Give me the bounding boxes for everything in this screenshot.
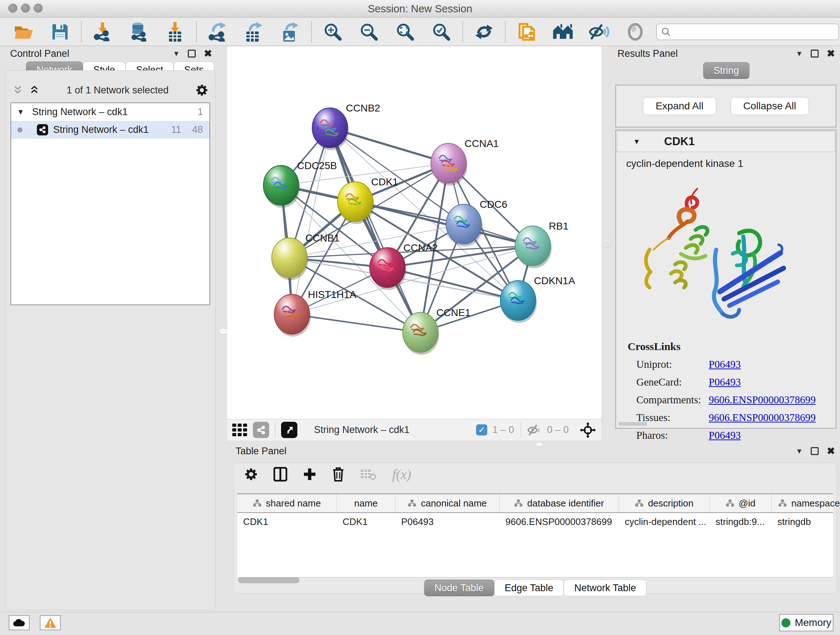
table-cell[interactable]: P06493 — [395, 513, 500, 530]
tree-expand-icon[interactable]: ▼ — [17, 108, 24, 116]
tab-edge-table[interactable]: Edge Table — [494, 580, 564, 596]
delete-table-icon[interactable] — [360, 468, 376, 480]
network-options-gear-icon[interactable] — [196, 84, 208, 96]
float-panel-icon[interactable] — [188, 50, 196, 57]
birdseye-view-icon[interactable] — [281, 422, 297, 438]
table-row[interactable]: CDK1CDK1P064939606.ENSP00000378699cyclin… — [237, 513, 833, 530]
zoom-out-icon[interactable] — [359, 22, 379, 42]
network-node-cdk1[interactable]: CDK1 — [338, 176, 398, 224]
column-header-database-identifier[interactable]: database identifier — [500, 494, 619, 512]
table-cell[interactable]: stringdb — [772, 513, 840, 530]
network-canvas[interactable]: CCNB2CCNA1CDC25BCDK1CDC6RB1CCNB1CCNA2CDK… — [227, 46, 601, 419]
network-node-rb1[interactable]: RB1 — [515, 220, 568, 268]
selected-nodes-checkbox[interactable]: ✓ — [476, 424, 487, 435]
column-header-name[interactable]: name — [337, 494, 395, 512]
function-builder-icon[interactable]: f(x) — [392, 466, 411, 482]
tab-string[interactable]: String — [703, 62, 750, 79]
table-cell[interactable]: stringdb:9... — [710, 513, 772, 530]
column-header-canonical-name[interactable]: canonical name — [395, 494, 500, 512]
collapse-section-icon[interactable]: ▼ — [633, 138, 640, 146]
network-node-hist1h1a[interactable]: HIST1H1A — [274, 289, 356, 337]
close-panel-icon[interactable]: ✖ — [827, 48, 835, 59]
table-cell[interactable]: 9606.ENSP00000378699 — [500, 513, 619, 530]
expand-all-button[interactable]: Expand All — [643, 97, 716, 115]
import-network-from-file-icon[interactable] — [93, 22, 113, 42]
close-panel-icon[interactable]: ✖ — [204, 48, 212, 59]
tab-network-table[interactable]: Network Table — [564, 580, 647, 596]
show-columns-icon[interactable] — [273, 467, 287, 481]
panel-menu-icon[interactable]: ▼ — [796, 50, 803, 58]
memory-button[interactable]: Memory — [779, 614, 834, 631]
network-edge[interactable] — [330, 128, 420, 333]
zoom-selected-icon[interactable] — [431, 22, 452, 42]
close-panel-icon[interactable]: ✖ — [827, 445, 835, 457]
collapse-all-button[interactable]: Collapse All — [731, 97, 809, 115]
float-panel-icon[interactable] — [811, 447, 819, 455]
export-table-icon[interactable] — [244, 22, 264, 42]
export-network-icon[interactable] — [208, 22, 228, 42]
network-node-cdkn1a[interactable]: CDKN1A — [500, 275, 575, 323]
eye-sphere-icon[interactable] — [625, 22, 645, 42]
table-horizontal-scrollbar[interactable] — [238, 577, 300, 583]
crosslink-link[interactable]: P06493 — [709, 429, 741, 441]
string-badge-icon[interactable] — [253, 422, 269, 438]
table-cell[interactable]: CDK1 — [237, 513, 337, 530]
network-edge[interactable] — [292, 314, 420, 333]
zoom-fit-icon[interactable] — [395, 22, 415, 42]
panel-menu-icon[interactable]: ▼ — [796, 447, 803, 455]
clone-network-icon[interactable] — [516, 22, 537, 42]
crosslink-label: Compartments: — [636, 394, 709, 406]
network-tab-content: 1 of 1 Network selected ▼ String Network… — [5, 70, 216, 610]
hidden-count: 0 – 0 — [547, 424, 569, 435]
column-type-icon — [635, 499, 644, 507]
crosslink-link[interactable]: P06493 — [709, 358, 741, 371]
import-table-from-file-icon[interactable] — [165, 22, 185, 42]
crosslink-row: Pharos:P06493 — [628, 429, 836, 441]
hidden-eye-icon[interactable] — [527, 424, 542, 436]
table-cell[interactable]: cyclin-dependent ... — [619, 513, 710, 530]
column-header-shared-name[interactable]: shared name — [237, 494, 337, 512]
results-horizontal-scrollbar[interactable] — [618, 422, 647, 426]
zoom-in-icon[interactable] — [323, 22, 343, 42]
add-column-icon[interactable] — [303, 468, 316, 481]
refresh-view-icon[interactable] — [474, 22, 494, 42]
save-session-icon[interactable] — [50, 22, 70, 42]
grid-view-icon[interactable] — [232, 424, 247, 436]
export-image-icon[interactable] — [280, 22, 300, 42]
hide-unhide-icon[interactable] — [589, 22, 609, 42]
gene-section-header[interactable]: ▼ CDK1 — [617, 131, 835, 152]
pan-crosshair-icon[interactable] — [579, 422, 596, 439]
node-label: CDK1 — [371, 176, 398, 187]
crosslink-link[interactable]: 9606.ENSP00000378699 — [709, 412, 816, 424]
collapse-all-icon[interactable] — [13, 86, 23, 95]
table-cell[interactable]: CDK1 — [337, 513, 395, 530]
crosslink-link[interactable]: P06493 — [709, 376, 741, 388]
column-header-namespace[interactable]: namespace — [772, 494, 840, 512]
cloud-button[interactable] — [9, 615, 30, 630]
node-label: CDKN1A — [534, 275, 575, 287]
column-label: shared name — [266, 498, 321, 509]
network-row[interactable]: String Network – cdk1 11 48 — [11, 121, 210, 139]
import-network-from-database-icon[interactable] — [129, 22, 149, 42]
table-options-gear-icon[interactable] — [245, 468, 257, 481]
delete-column-icon[interactable] — [332, 467, 344, 481]
panel-menu-icon[interactable]: ▼ — [173, 50, 180, 58]
expand-all-icon[interactable] — [29, 86, 39, 95]
table-panel: Table Panel ▼ ✖ f(x) shared namenamecano… — [231, 445, 840, 610]
search-input[interactable] — [674, 27, 834, 37]
network-collection-row[interactable]: ▼ String Network – cdk1 1 — [11, 103, 210, 121]
float-panel-icon[interactable] — [811, 50, 819, 57]
search-input-container — [656, 24, 839, 40]
network-edge[interactable] — [292, 128, 330, 314]
warning-button[interactable] — [40, 615, 61, 630]
column-header-description[interactable]: description — [619, 494, 710, 512]
column-header--id[interactable]: @id — [710, 494, 772, 512]
tab-node-table[interactable]: Node Table — [424, 580, 494, 596]
network-node-ccne1[interactable]: CCNE1 — [403, 307, 471, 355]
home-houses-icon[interactable] — [553, 22, 573, 42]
right-divider-handle[interactable] — [602, 239, 611, 248]
crosslink-link[interactable]: 9606.ENSP00000378699 — [709, 394, 816, 406]
node-label: CCNE1 — [436, 307, 471, 318]
open-session-icon[interactable] — [14, 22, 34, 42]
network-node-cdc6[interactable]: CDC6 — [446, 199, 507, 247]
